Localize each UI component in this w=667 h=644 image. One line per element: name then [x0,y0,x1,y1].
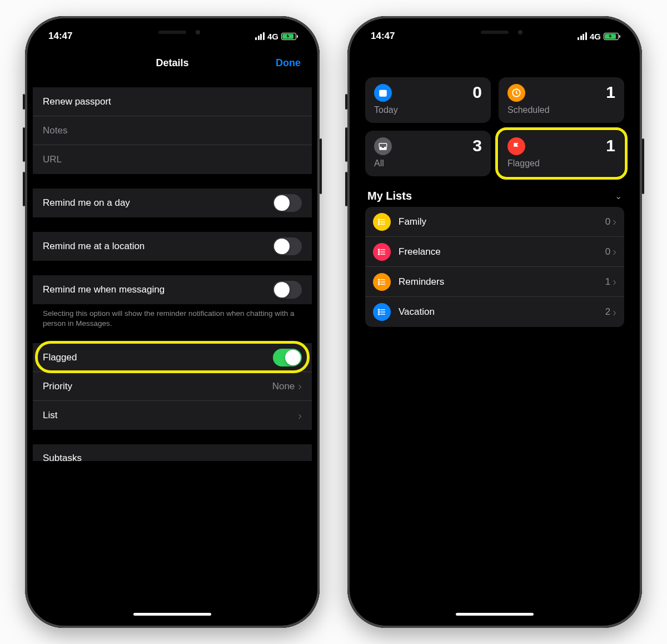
list-item[interactable]: Reminders1› [365,267,624,297]
card-scheduled-label: Scheduled [507,105,615,115]
remind-day-label: Remind me on a day [43,197,273,209]
card-all-label: All [374,158,482,169]
calendar-icon [374,84,392,102]
priority-value: None [272,381,295,392]
list-item-count: 0 [605,216,610,227]
list-item-name: Vacation [399,306,605,318]
remind-location-row[interactable]: Remind me at a location [33,232,312,261]
list-item-name: Family [399,216,605,227]
card-today[interactable]: 0 Today [365,77,491,123]
phone-1: 14:47 4G Details Done [25,16,320,628]
list-bullet-icon [373,303,391,321]
lists-header: My Lists [367,190,412,202]
url-input[interactable] [43,154,302,165]
status-time: 14:47 [371,31,395,42]
network-label: 4G [267,32,278,41]
priority-label: Priority [43,381,272,392]
card-scheduled[interactable]: 1 Scheduled [499,77,624,123]
notes-field[interactable] [33,116,312,145]
signal-icon [578,32,587,40]
messaging-footer: Selecting this option will show the remi… [33,304,312,329]
chevron-right-icon: › [613,215,616,228]
list-item-count: 0 [605,246,610,257]
notes-input[interactable] [43,125,302,136]
title-input[interactable] [43,96,302,107]
svg-point-12 [379,249,380,250]
home-indicator[interactable] [456,613,534,616]
priority-row[interactable]: Priority None › [33,372,312,401]
list-bullet-icon [373,213,391,231]
list-item-count: 1 [605,276,610,288]
notch [117,24,228,41]
tray-icon [374,137,392,155]
remind-location-toggle[interactable] [273,237,302,255]
list-item-count: 2 [605,306,610,318]
svg-point-7 [379,221,380,222]
title-field[interactable] [33,87,312,116]
svg-point-20 [379,284,380,285]
page-title: Details [156,57,188,69]
flag-icon [507,137,525,155]
done-button[interactable]: Done [276,57,301,69]
card-today-count: 0 [472,83,482,102]
list-label: List [43,410,298,421]
url-field[interactable] [33,145,312,174]
card-flagged[interactable]: 1 Flagged [499,131,624,176]
chevron-right-icon: › [613,306,616,319]
battery-icon [604,33,619,40]
subtasks-label: Subtasks [43,453,302,461]
status-time: 14:47 [48,31,72,42]
list-item[interactable]: Vacation2› [365,297,624,327]
flagged-label: Flagged [43,352,273,363]
remind-day-toggle[interactable] [273,194,302,212]
list-item[interactable]: Family0› [365,207,624,237]
battery-icon [281,33,296,40]
card-all[interactable]: 3 All [365,131,491,176]
svg-point-19 [379,281,380,283]
remind-day-row[interactable]: Remind me on a day [33,189,312,217]
card-scheduled-count: 1 [606,83,615,102]
svg-point-24 [379,309,380,310]
remind-messaging-toggle[interactable] [273,281,302,299]
subtasks-row[interactable]: Subtasks [33,444,312,461]
svg-point-25 [379,311,380,313]
chevron-down-icon[interactable]: ⌄ [615,191,622,201]
signal-icon [255,32,265,40]
chevron-right-icon: › [613,245,616,258]
svg-rect-1 [379,90,387,92]
svg-point-26 [379,314,380,315]
card-today-label: Today [374,105,482,115]
flagged-toggle[interactable] [273,349,302,366]
svg-point-18 [379,279,380,280]
list-item-name: Reminders [399,276,605,288]
notch [439,24,550,41]
clock-icon [507,84,525,102]
list-bullet-icon [373,243,391,261]
flagged-row[interactable]: Flagged [33,343,312,372]
summary-cards: 0 Today 1 Scheduled 3 All [365,77,624,176]
list-item-name: Freelance [399,246,605,257]
chevron-right-icon: › [613,275,616,288]
list-bullet-icon [373,273,391,291]
phone-2: 14:47 4G Edit 0 Today [347,16,642,628]
remind-messaging-row[interactable]: Remind me when messaging [33,275,312,304]
card-flagged-label: Flagged [507,158,615,169]
list-item[interactable]: Freelance0› [365,237,624,267]
list-row[interactable]: List › [33,401,312,430]
svg-point-13 [379,251,380,252]
card-all-count: 3 [472,136,482,155]
network-label: 4G [590,32,601,41]
home-indicator[interactable] [133,613,211,616]
svg-point-14 [379,254,380,255]
remind-location-label: Remind me at a location [43,241,273,252]
my-lists: Family0›Freelance0›Reminders1›Vacation2› [365,207,624,327]
svg-point-8 [379,224,380,225]
nav-bar: Details Done [33,48,312,77]
chevron-right-icon: › [298,409,302,422]
remind-messaging-label: Remind me when messaging [43,284,273,295]
chevron-right-icon: › [298,380,302,393]
svg-point-6 [379,219,380,220]
card-flagged-count: 1 [606,136,615,155]
